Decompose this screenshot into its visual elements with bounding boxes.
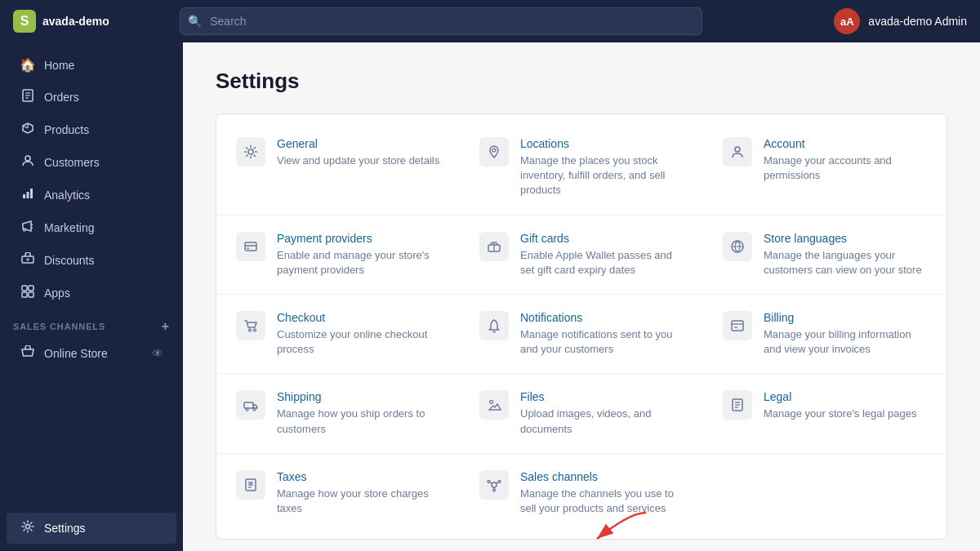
- sidebar-item-home[interactable]: 🏠 Home: [7, 50, 176, 80]
- legal-icon: [723, 390, 752, 420]
- online-store-visibility-icon: 👁: [152, 347, 163, 360]
- settings-card: General View and update your store detai…: [216, 113, 947, 540]
- svg-point-19: [26, 525, 30, 529]
- settings-row-4: Shipping Manage how you ship orders to c…: [216, 373, 947, 452]
- svg-point-48: [498, 480, 501, 482]
- settings-general[interactable]: General View and update your store detai…: [216, 121, 460, 215]
- taxes-icon: [236, 470, 265, 500]
- main-content: Settings General View and update your st…: [183, 42, 980, 551]
- customers-icon: [20, 154, 36, 171]
- top-navigation: S avada-demo 🔍 aA avada-demo Admin: [0, 0, 980, 42]
- sidebar-label-discounts: Discounts: [44, 254, 94, 267]
- add-sales-channel-button[interactable]: +: [162, 319, 170, 334]
- sidebar-label-orders: Orders: [44, 91, 79, 104]
- settings-gift-cards[interactable]: Gift cards Enable Apple Wallet passes an…: [460, 216, 703, 294]
- settings-taxes[interactable]: Taxes Manage how your store charges taxe…: [216, 454, 460, 532]
- taxes-desc: Manage how your store charges taxes: [277, 487, 440, 516]
- sidebar-label-customers: Customers: [44, 156, 100, 169]
- svg-point-20: [248, 149, 253, 154]
- payment-desc: Enable and manage your store's payment p…: [277, 248, 440, 278]
- sidebar-label-analytics: Analytics: [44, 189, 90, 202]
- sidebar-label-home: Home: [44, 59, 74, 72]
- gift-cards-icon: [479, 232, 509, 261]
- sidebar-item-orders[interactable]: Orders: [7, 82, 176, 113]
- svg-rect-9: [30, 189, 33, 198]
- search-input[interactable]: [180, 7, 702, 35]
- locations-title: Locations: [520, 137, 684, 150]
- settings-store-languages[interactable]: Store languages Manage the languages you…: [703, 216, 947, 294]
- svg-rect-25: [247, 247, 249, 249]
- general-title: General: [277, 137, 440, 150]
- orders-icon: [20, 89, 36, 105]
- notifications-title: Notifications: [520, 311, 684, 324]
- shipping-icon: [236, 390, 265, 420]
- svg-rect-16: [29, 286, 33, 291]
- apps-icon: [20, 285, 36, 301]
- settings-row-3: Checkout Customize your online checkout …: [216, 294, 947, 373]
- sidebar-item-analytics[interactable]: Analytics: [7, 180, 176, 211]
- svg-line-5: [23, 126, 28, 128]
- billing-title: Billing: [764, 311, 927, 324]
- settings-locations[interactable]: Locations Manage the places you stock in…: [460, 121, 703, 215]
- files-desc: Upload images, videos, and documents: [520, 407, 684, 436]
- marketing-icon: [20, 220, 36, 236]
- online-store-icon: [20, 345, 36, 362]
- discounts-icon: [20, 252, 36, 269]
- svg-point-6: [25, 156, 30, 161]
- billing-desc: Manage your billing information and view…: [764, 327, 927, 357]
- settings-sales-channels[interactable]: Sales channels Manage the channels you u…: [460, 454, 703, 532]
- svg-rect-8: [27, 192, 29, 198]
- sidebar-item-products[interactable]: Products: [7, 114, 176, 145]
- settings-billing[interactable]: Billing Manage your billing information …: [703, 295, 947, 373]
- sales-channels-icon: [479, 470, 509, 500]
- svg-point-36: [490, 401, 493, 404]
- home-icon: 🏠: [20, 57, 36, 73]
- sidebar-item-marketing[interactable]: Marketing: [7, 212, 176, 243]
- settings-row-1: General View and update your store detai…: [216, 121, 947, 215]
- online-store-label: Online Store: [44, 347, 108, 360]
- settings-checkout[interactable]: Checkout Customize your online checkout …: [216, 295, 460, 373]
- store-languages-desc: Manage the languages your customers can …: [764, 248, 927, 278]
- svg-rect-33: [244, 402, 253, 408]
- brand[interactable]: S avada-demo: [13, 10, 109, 33]
- settings-files[interactable]: Files Upload images, videos, and documen…: [460, 374, 703, 452]
- sidebar-item-apps[interactable]: Apps: [7, 278, 176, 309]
- settings-notifications[interactable]: Notifications Manage notifications sent …: [460, 295, 703, 373]
- shipping-desc: Manage how you ship orders to customers: [277, 407, 440, 436]
- sidebar-item-settings[interactable]: Settings: [7, 513, 176, 544]
- locations-icon: [479, 137, 509, 167]
- sidebar-label-marketing: Marketing: [44, 221, 94, 234]
- legal-desc: Manage your store's legal pages: [764, 407, 927, 421]
- settings-icon: [20, 520, 36, 536]
- sidebar-item-discounts[interactable]: Discounts: [7, 245, 176, 276]
- user-menu[interactable]: aA avada-demo Admin: [834, 8, 967, 34]
- settings-row-5: Taxes Manage how your store charges taxe…: [216, 453, 947, 532]
- svg-rect-15: [22, 286, 27, 291]
- svg-point-28: [249, 329, 252, 331]
- svg-point-34: [246, 408, 248, 411]
- sidebar-item-customers[interactable]: Customers: [7, 147, 176, 178]
- billing-icon: [723, 311, 752, 340]
- sidebar-item-online-store[interactable]: Online Store 👁: [7, 338, 176, 369]
- payment-icon: [236, 232, 265, 261]
- store-name: avada-demo: [42, 15, 109, 28]
- svg-point-21: [492, 149, 496, 152]
- svg-point-14: [27, 259, 29, 261]
- settings-row-2: Payment providers Enable and manage your…: [216, 215, 947, 294]
- settings-shipping[interactable]: Shipping Manage how you ship orders to c…: [216, 374, 460, 452]
- files-title: Files: [520, 390, 684, 403]
- search-icon: 🔍: [188, 15, 202, 28]
- taxes-title: Taxes: [277, 470, 440, 483]
- svg-line-50: [490, 482, 492, 483]
- sales-channels-desc: Manage the channels you use to sell your…: [520, 487, 684, 516]
- settings-account[interactable]: Account Manage your accounts and permiss…: [703, 121, 947, 215]
- avatar: aA: [834, 8, 860, 34]
- settings-legal[interactable]: Legal Manage your store's legal pages: [703, 374, 947, 452]
- user-name: avada-demo Admin: [868, 15, 967, 28]
- account-title: Account: [764, 137, 927, 150]
- svg-rect-17: [22, 292, 27, 297]
- svg-point-22: [735, 147, 740, 152]
- settings-payment-providers[interactable]: Payment providers Enable and manage your…: [216, 216, 460, 294]
- search-bar-container: 🔍: [180, 7, 702, 35]
- main-layout: 🏠 Home Orders Products Customers Anal: [0, 42, 980, 551]
